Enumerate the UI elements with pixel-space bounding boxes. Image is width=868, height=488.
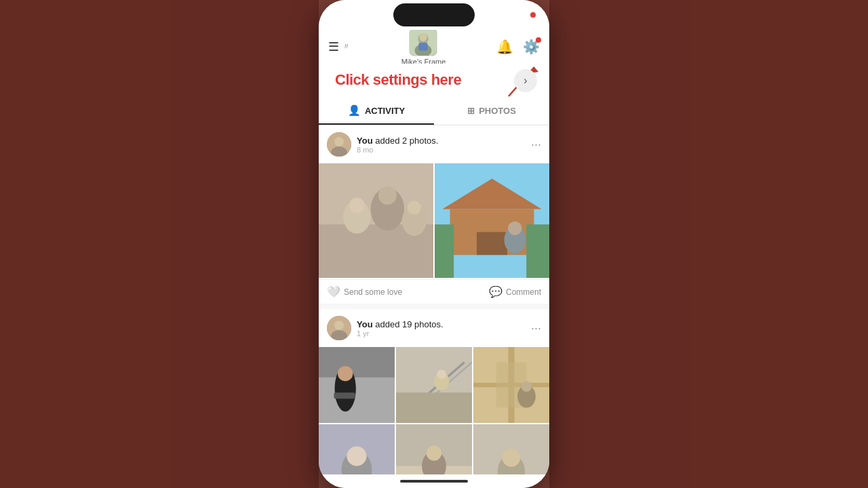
- comment-icon: 💬: [489, 285, 502, 298]
- dynamic-island: [393, 3, 475, 26]
- forward-arrow-button[interactable]: ›: [514, 69, 537, 92]
- post-2-time: 1 yr: [357, 329, 531, 338]
- bell-icon[interactable]: 🔔: [496, 39, 513, 55]
- svg-rect-27: [435, 163, 549, 278]
- svg-point-8: [334, 137, 344, 146]
- post-2-title: You added 19 photos.: [357, 319, 531, 329]
- post-1-header: You added 2 photos. 8 mo ···: [319, 125, 549, 163]
- activity-tab-label: ACTIVITY: [365, 106, 405, 116]
- svg-rect-39: [396, 392, 472, 423]
- svg-rect-18: [319, 163, 433, 278]
- post-1-photo-2[interactable]: [435, 163, 549, 278]
- bg-right: [549, 0, 868, 488]
- comment-label: Comment: [506, 287, 541, 297]
- svg-rect-35: [334, 392, 355, 399]
- nav-left: ☰ 〃: [328, 39, 351, 54]
- send-love-button[interactable]: 🤍 Send some love: [327, 285, 402, 298]
- photos-tab-label: PHOTOS: [479, 106, 516, 116]
- post-1: You added 2 photos. 8 mo ···: [319, 125, 549, 304]
- click-settings-banner: Click settings here: [326, 67, 471, 93]
- svg-point-50: [347, 446, 366, 466]
- top-nav: ☰ 〃 Mike's Frame 🔔 ⚙️: [319, 30, 549, 64]
- status-indicator-dot: [530, 12, 536, 18]
- post-2-header: You added 19 photos. 1 yr ···: [319, 309, 549, 347]
- post-1-actions: 🤍 Send some love 💬 Comment: [319, 279, 549, 304]
- click-settings-text: Click settings here: [335, 71, 461, 88]
- svg-point-41: [437, 370, 446, 379]
- post-1-title: You added 2 photos.: [357, 136, 531, 146]
- post-2-action: added 19 photos.: [375, 319, 443, 329]
- post-1-photo-grid: [319, 163, 549, 279]
- bottom-indicator: [319, 474, 549, 488]
- nav-wave-icon: 〃: [342, 41, 351, 53]
- nav-right: 🔔 ⚙️: [496, 39, 540, 55]
- post-2-avatar: [327, 316, 351, 340]
- menu-icon[interactable]: ☰: [328, 39, 339, 54]
- tab-activity[interactable]: 👤 ACTIVITY: [319, 98, 434, 125]
- post-1-photo-1[interactable]: [319, 163, 433, 278]
- post-2-photo-2[interactable]: [396, 347, 472, 423]
- post-1-meta: You added 2 photos. 8 mo: [357, 136, 531, 154]
- svg-rect-32: [319, 378, 395, 423]
- annotation-bar: Click settings here ›: [319, 64, 549, 98]
- post-1-user: You: [357, 136, 373, 146]
- activity-tab-icon: 👤: [348, 104, 361, 117]
- post-1-time: 8 mo: [357, 146, 531, 154]
- svg-point-34: [338, 366, 353, 381]
- status-bar: [319, 0, 549, 30]
- post-2-user: You: [357, 319, 373, 329]
- tab-bar: 👤 ACTIVITY ⊞ PHOTOS: [319, 98, 549, 125]
- post-2-photo-5[interactable]: [396, 424, 472, 474]
- svg-point-55: [427, 445, 441, 460]
- post-1-avatar: [327, 132, 351, 157]
- post-2-photo-4[interactable]: [319, 424, 395, 474]
- send-love-label: Send some love: [344, 287, 402, 297]
- post-2-more-button[interactable]: ···: [531, 321, 541, 336]
- svg-point-47: [521, 381, 532, 392]
- photos-tab-icon: ⊞: [467, 106, 475, 116]
- post-2-photo-grid: [319, 347, 549, 474]
- svg-point-29: [334, 321, 344, 330]
- post-2: You added 19 photos. 1 yr ···: [319, 309, 549, 474]
- love-icon: 🤍: [327, 285, 340, 298]
- post-1-action: added 2 photos.: [375, 136, 438, 146]
- profile-thumbnail[interactable]: [409, 28, 437, 56]
- settings-notification-dot: [536, 37, 541, 43]
- post-2-meta: You added 19 photos. 1 yr: [357, 319, 531, 338]
- nav-center: Mike's Frame: [401, 28, 446, 66]
- bg-left: [0, 0, 319, 488]
- svg-point-58: [502, 449, 521, 467]
- phone-frame: ☰ 〃 Mike's Frame 🔔 ⚙️: [319, 0, 549, 488]
- post-2-photo-3[interactable]: [473, 347, 549, 423]
- svg-point-3: [420, 34, 427, 41]
- content-area: You added 2 photos. 8 mo ···: [319, 125, 549, 474]
- home-indicator: [400, 480, 468, 483]
- post-1-more-button[interactable]: ···: [531, 138, 541, 152]
- svg-rect-4: [419, 43, 428, 50]
- post-2-photo-6[interactable]: [473, 424, 549, 474]
- tab-photos[interactable]: ⊞ PHOTOS: [434, 98, 549, 125]
- comment-button[interactable]: 💬 Comment: [489, 285, 541, 298]
- post-2-photo-1[interactable]: [319, 347, 395, 423]
